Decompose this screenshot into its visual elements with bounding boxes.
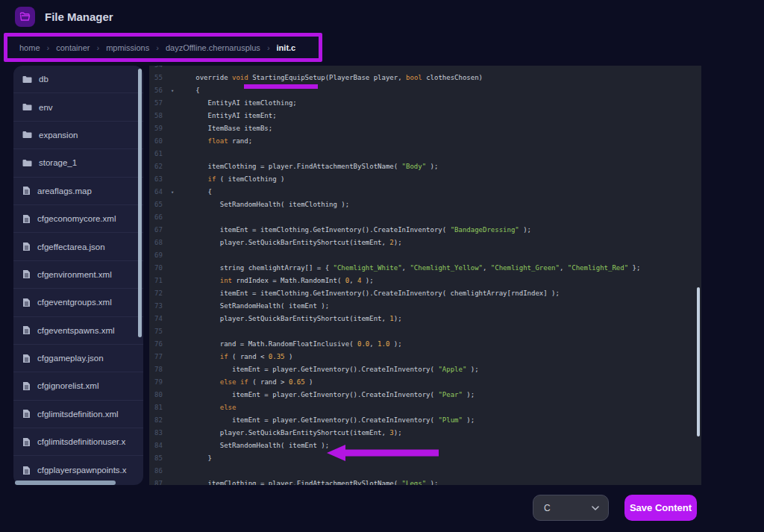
code-line-61: 61 [149, 148, 701, 160]
code-line-73: 73 SetRandomHealth( itemEnt ); [149, 300, 701, 313]
code-line-60: 60 float rand; [149, 135, 701, 148]
code-editor[interactable]: 5455 override void StartingEquipSetup(Pl… [149, 66, 701, 485]
line-number[interactable]: 73 [149, 300, 184, 313]
code-text: override void StartingEquipSetup(PlayerB… [184, 72, 483, 84]
line-number[interactable]: 77 [149, 351, 184, 363]
code-text: itemEnt = player.GetInventory().CreateIn… [184, 414, 475, 427]
line-number[interactable]: 87 [149, 478, 184, 485]
breadcrumb-item-home[interactable]: home [19, 43, 40, 52]
line-number[interactable]: 55 [149, 72, 184, 84]
folder-icon [22, 131, 32, 139]
sidebar-item-label: cfggameplay.json [37, 354, 104, 363]
line-number[interactable]: 63 [149, 173, 184, 186]
file-icon [22, 269, 31, 279]
folder-icon [22, 75, 32, 84]
line-number[interactable]: 67 [149, 224, 184, 237]
code-text: else if ( rand > 0.65 ) [184, 376, 313, 389]
sidebar-item-cfggameplay.json[interactable]: cfggameplay.json [13, 345, 143, 372]
line-number[interactable]: 66 [149, 211, 184, 224]
sidebar-item-label: env [39, 103, 53, 112]
sidebar-item-areaflags.map[interactable]: areaflags.map [13, 178, 143, 205]
code-text: else [184, 401, 236, 414]
sidebar-item-cfglimitsdefinition.xml[interactable]: cfglimitsdefinition.xml [13, 401, 143, 428]
code-text: player.SetQuickBarEntityShortcut(itemEnt… [184, 427, 402, 439]
annotation-arrow-icon [325, 443, 442, 463]
annotation-underline [244, 84, 318, 89]
sidebar-item-label: cfgeventgroups.xml [37, 298, 112, 307]
line-number[interactable]: 80 [149, 389, 184, 401]
sidebar-item-env[interactable]: env [13, 93, 143, 121]
sidebar-item-cfgeconomycore.xml[interactable]: cfgeconomycore.xml [13, 205, 143, 233]
line-number[interactable]: 74 [149, 313, 184, 325]
code-text: itemEnt = player.GetInventory().CreateIn… [184, 363, 479, 376]
code-text: itemClothing = player.FindAttachmentBySl… [184, 478, 438, 485]
breadcrumb-item-init.c[interactable]: init.c [277, 43, 296, 52]
sidebar-item-cfglimitsdefinitionuser.x[interactable]: cfglimitsdefinitionuser.x [13, 428, 143, 456]
line-number[interactable]: 61 [149, 148, 184, 160]
save-content-button[interactable]: Save Content [624, 495, 697, 521]
line-number[interactable]: 82 [149, 414, 184, 427]
sidebar-item-cfgeventgroups.xml[interactable]: cfgeventgroups.xml [13, 289, 143, 316]
code-line-59: 59 ItemBase itemBs; [149, 122, 701, 135]
line-number[interactable]: 75 [149, 325, 184, 338]
sidebar-item-expansion[interactable]: expansion [13, 122, 143, 149]
sidebar-horizontal-scrollbar[interactable] [15, 481, 116, 485]
file-icon [22, 466, 31, 475]
sidebar-vertical-scrollbar[interactable] [138, 69, 142, 337]
code-line-55: 55 override void StartingEquipSetup(Play… [149, 72, 701, 84]
line-number[interactable]: 62 [149, 160, 184, 173]
line-number[interactable]: 79 [149, 376, 184, 389]
sidebar-item-label: cfgenvironment.xml [37, 270, 112, 279]
top-bar: File Manager [0, 0, 764, 33]
line-number[interactable]: 72 [149, 287, 184, 300]
folder-icon [22, 103, 32, 111]
line-number[interactable]: 60 [149, 135, 184, 148]
file-icon [22, 381, 31, 391]
file-tree-sidebar: dbenvexpansionstorage_1areaflags.mapcfge… [13, 66, 143, 485]
line-number[interactable]: 81 [149, 401, 184, 414]
line-number[interactable]: 78 [149, 363, 184, 376]
fold-toggle-icon[interactable]: ▾ [171, 187, 174, 199]
line-number[interactable]: 83 [149, 427, 184, 439]
line-number[interactable]: 57 [149, 97, 184, 110]
code-text: float rand; [184, 135, 252, 148]
code-line-72: 72 itemEnt = itemClothing.GetInventory()… [149, 287, 701, 300]
line-number[interactable]: 65 [149, 198, 184, 211]
breadcrumb-item-dayzOffline.chernarusplus[interactable]: dayzOffline.chernarusplus [166, 43, 260, 52]
sidebar-item-db[interactable]: db [13, 66, 143, 93]
line-number[interactable]: 64▾ [149, 186, 184, 198]
code-text: int rndIndex = Math.RandomInt( 0, 4 ); [184, 275, 374, 287]
line-number[interactable]: 71 [149, 275, 184, 287]
line-number[interactable]: 69 [149, 249, 184, 262]
breadcrumb-separator-icon: › [47, 43, 50, 52]
line-number[interactable]: 76 [149, 338, 184, 351]
line-number[interactable]: 85 [149, 452, 184, 465]
line-number[interactable]: 56▾ [149, 84, 184, 97]
editor-vertical-scrollbar[interactable] [697, 287, 700, 436]
line-number[interactable]: 86 [149, 465, 184, 478]
sidebar-item-cfgeffectarea.json[interactable]: cfgeffectarea.json [13, 233, 143, 260]
breadcrumb-item-container[interactable]: container [56, 43, 90, 52]
sidebar-item-cfgenvironment.xml[interactable]: cfgenvironment.xml [13, 261, 143, 289]
sidebar-item-label: db [39, 75, 48, 84]
sidebar-item-label: areaflags.map [37, 187, 92, 195]
file-icon [22, 298, 31, 307]
sidebar-item-cfgeventspawns.xml[interactable]: cfgeventspawns.xml [13, 317, 143, 345]
sidebar-item-storage_1[interactable]: storage_1 [13, 149, 143, 177]
code-line-67: 67 itemEnt = itemClothing.GetInventory()… [149, 224, 701, 237]
line-number[interactable]: 68 [149, 237, 184, 249]
file-icon [22, 325, 31, 335]
line-number[interactable]: 70 [149, 262, 184, 275]
line-number[interactable]: 84 [149, 439, 184, 452]
line-number[interactable]: 54 [149, 66, 184, 72]
breadcrumb-item-mpmissions[interactable]: mpmissions [106, 43, 149, 52]
language-select[interactable]: C [533, 495, 609, 521]
breadcrumb: home›container›mpmissions›dayzOffline.ch… [4, 33, 322, 62]
sidebar-item-cfgignorelist.xml[interactable]: cfgignorelist.xml [13, 372, 143, 400]
code-line-79: 79 else if ( rand > 0.65 ) [149, 376, 701, 389]
line-number[interactable]: 59 [149, 122, 184, 135]
code-line-68: 68 player.SetQuickBarEntityShortcut(item… [149, 237, 701, 249]
line-number[interactable]: 58 [149, 110, 184, 122]
fold-toggle-icon[interactable]: ▾ [171, 85, 174, 98]
code-line-63: 63 if ( itemClothing ) [149, 173, 701, 186]
